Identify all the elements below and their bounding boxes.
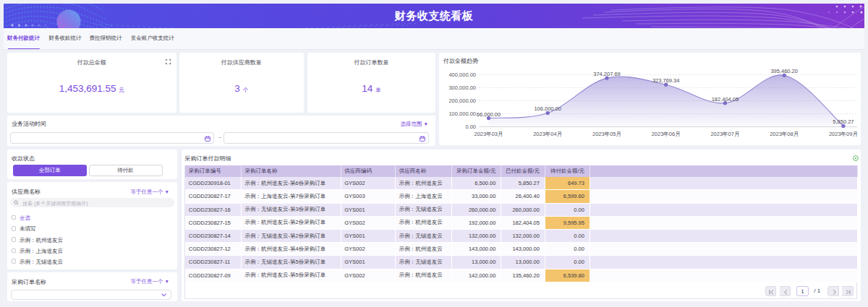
svg-text:66,000.00: 66,000.00 [477,111,501,118]
svg-text:2023年04月: 2023年04月 [533,131,562,137]
svg-text:100,000.00: 100,000.00 [448,111,476,117]
svg-text:2023年03月: 2023年03月 [474,131,503,137]
svg-text:182,404.05: 182,404.05 [712,96,739,103]
svg-text:2023年06月: 2023年06月 [652,131,681,137]
svg-text:0.00: 0.00 [465,124,476,130]
svg-text:5,850.27: 5,850.27 [833,118,854,125]
svg-text:323,769.34: 323,769.34 [652,77,680,84]
svg-text:2023年08月: 2023年08月 [770,131,799,137]
svg-text:2023年07月: 2023年07月 [710,131,739,137]
svg-text:106,000.00: 106,000.00 [534,105,561,112]
svg-text:300,000.00: 300,000.00 [448,85,476,91]
svg-text:400,000.00: 400,000.00 [448,72,476,78]
svg-text:395,460.20: 395,460.20 [770,68,798,74]
svg-text:374,207.69: 374,207.69 [593,71,621,77]
svg-text:200,000.00: 200,000.00 [448,98,476,104]
svg-text:2023年05月: 2023年05月 [592,131,621,137]
svg-text:2023年09月: 2023年09月 [829,131,858,137]
